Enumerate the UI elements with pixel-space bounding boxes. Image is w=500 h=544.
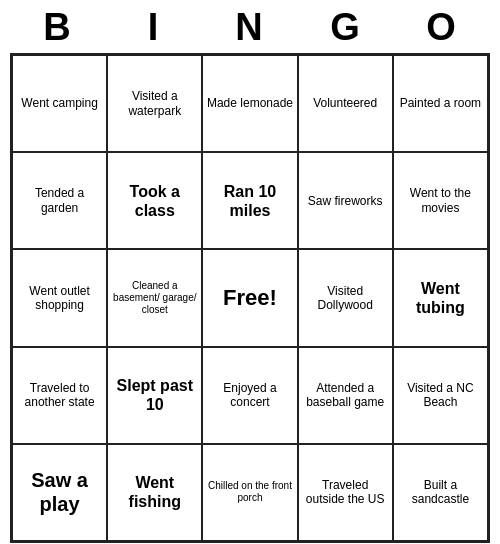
bingo-letter: G [302, 6, 390, 49]
bingo-grid: Went campingVisited a waterparkMade lemo… [10, 53, 490, 543]
bingo-cell: Traveled to another state [12, 347, 107, 444]
bingo-cell: Slept past 10 [107, 347, 202, 444]
bingo-cell: Went camping [12, 55, 107, 152]
bingo-cell: Visited Dollywood [298, 249, 393, 346]
bingo-cell: Went outlet shopping [12, 249, 107, 346]
bingo-cell: Chilled on the front porch [202, 444, 297, 541]
bingo-cell: Saw a play [12, 444, 107, 541]
bingo-letter: O [398, 6, 486, 49]
bingo-cell: Traveled outside the US [298, 444, 393, 541]
bingo-header: BINGO [10, 0, 490, 53]
bingo-cell: Went fishing [107, 444, 202, 541]
bingo-cell: Tended a garden [12, 152, 107, 249]
bingo-cell: Volunteered [298, 55, 393, 152]
bingo-cell: Went to the movies [393, 152, 488, 249]
bingo-cell: Went tubing [393, 249, 488, 346]
bingo-cell: Attended a baseball game [298, 347, 393, 444]
bingo-cell: Visited a NC Beach [393, 347, 488, 444]
bingo-cell: Visited a waterpark [107, 55, 202, 152]
bingo-cell: Took a class [107, 152, 202, 249]
bingo-letter: B [14, 6, 102, 49]
bingo-cell: Saw fireworks [298, 152, 393, 249]
bingo-cell: Enjoyed a concert [202, 347, 297, 444]
bingo-cell: Ran 10 miles [202, 152, 297, 249]
bingo-letter: N [206, 6, 294, 49]
bingo-cell: Built a sandcastle [393, 444, 488, 541]
bingo-cell: Cleaned a basement/ garage/ closet [107, 249, 202, 346]
bingo-cell: Made lemonade [202, 55, 297, 152]
bingo-letter: I [110, 6, 198, 49]
bingo-cell: Free! [202, 249, 297, 346]
bingo-cell: Painted a room [393, 55, 488, 152]
